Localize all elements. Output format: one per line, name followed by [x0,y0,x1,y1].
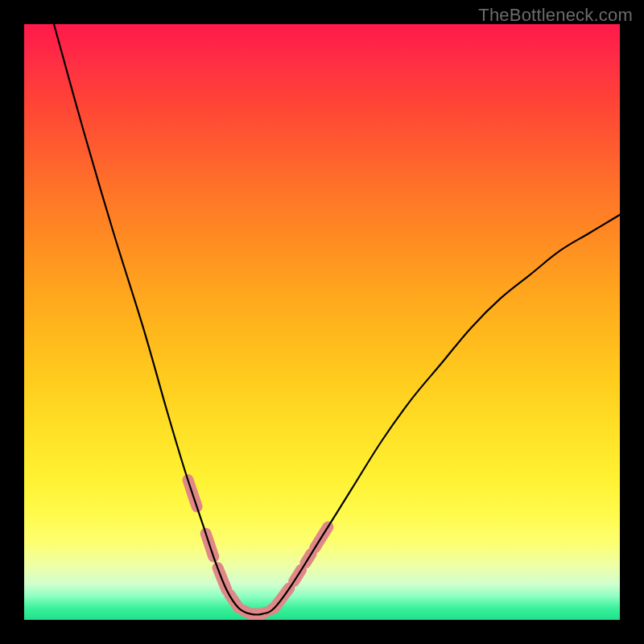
chart-svg [24,24,620,620]
plot-area [24,24,620,620]
watermark-text: TheBottleneck.com [478,5,633,26]
chart-stage: TheBottleneck.com [0,0,644,644]
bottleneck-curve [54,24,620,615]
highlight-group [188,480,328,614]
